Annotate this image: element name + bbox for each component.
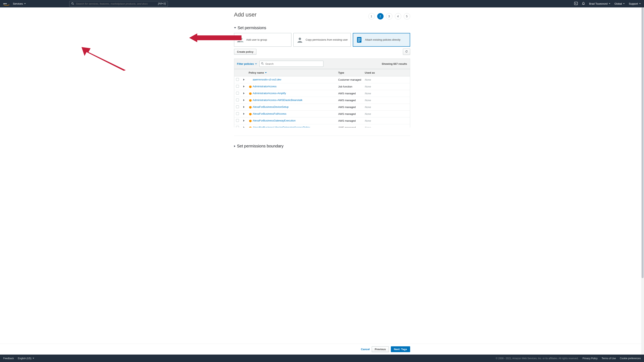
annotation-arrow [82, 47, 126, 71]
expand-row-icon[interactable] [243, 99, 244, 101]
col-used[interactable]: Used as [363, 69, 410, 76]
option-label: Add user to group [246, 38, 267, 42]
expand-row-icon[interactable] [243, 92, 244, 94]
notifications-icon[interactable] [582, 2, 585, 6]
main-content: Add user 1 2 3 4 5 Set permissions Add u… [234, 7, 410, 167]
refresh-button[interactable] [403, 49, 410, 55]
step-5[interactable]: 5 [404, 13, 410, 19]
row-checkbox[interactable] [236, 119, 239, 122]
option-attach-policies[interactable]: Attach existing policies directly [353, 33, 410, 47]
services-menu[interactable]: Services [13, 2, 26, 5]
top-nav: aws Services [Alt+S] Brad Touesnord Glob… [0, 0, 644, 7]
expand-row-icon[interactable] [243, 85, 244, 87]
svg-rect-8 [357, 37, 362, 43]
caret-right-icon [234, 145, 236, 147]
row-checkbox[interactable] [236, 105, 239, 108]
policy-type: AWS managed [337, 111, 363, 117]
expand-row-icon[interactable] [243, 113, 244, 115]
policy-icon [356, 36, 363, 44]
col-checkbox [234, 69, 241, 76]
chevron-down-icon [255, 63, 257, 65]
step-3[interactable]: 3 [386, 13, 392, 19]
policy-name-link[interactable]: AdministratorAccess [253, 85, 276, 88]
policy-toolbar: Create policy [234, 49, 410, 55]
account-menu[interactable]: Brad Touesnord [589, 2, 610, 5]
user-name: Brad Touesnord [589, 2, 608, 5]
row-checkbox[interactable] [236, 112, 239, 115]
col-type[interactable]: Type [337, 69, 363, 76]
policy-name-link[interactable]: AdministratorAccess-Amplify [253, 92, 286, 95]
policy-search-input[interactable] [260, 61, 324, 67]
policy-name-link[interactable]: AlexaForBusinessFullAccess [253, 112, 286, 115]
expand-row-icon[interactable] [243, 106, 244, 108]
policy-box-icon [249, 85, 252, 88]
row-checkbox[interactable] [236, 98, 239, 101]
policy-name-link[interactable]: AlexaForBusinessDeviceSetup [253, 105, 288, 108]
svg-point-7 [299, 38, 301, 40]
policy-type: AWS managed [337, 124, 363, 128]
annotation-arrow [189, 33, 242, 42]
option-copy-permissions[interactable]: Copy permissions from existing user [294, 33, 351, 47]
policy-name-link[interactable]: aaemnnosttv-s3-os3.dev [253, 78, 281, 81]
caret-down-icon [609, 3, 610, 4]
section-title: Set permissions [238, 25, 266, 30]
svg-line-2 [73, 4, 74, 5]
table-row: AlexaForBusinessLifesizeDelegatedAccessP… [234, 124, 410, 128]
policy-type: Customer managed [337, 76, 363, 83]
scrollbar[interactable] [641, 7, 644, 167]
create-policy-button[interactable]: Create policy [234, 49, 256, 55]
region-label: Global [614, 2, 622, 5]
aws-logo[interactable]: aws [3, 2, 10, 6]
policy-used-as: None [365, 112, 371, 115]
policy-table-head: Policy name Type Used as [234, 69, 410, 76]
table-row: AlexaForBusinessFullAccessAWS managedNon… [234, 111, 410, 117]
set-boundary-header[interactable]: Set permissions boundary [234, 144, 410, 148]
policy-name-link[interactable]: AdministratorAccess-AWSElasticBeanstalk [253, 98, 302, 102]
row-checkbox[interactable] [236, 78, 239, 81]
support-menu[interactable]: Support [629, 2, 641, 5]
search-hint: [Alt+S] [158, 2, 166, 5]
region-menu[interactable]: Global [614, 2, 625, 5]
expand-row-icon[interactable] [243, 120, 244, 122]
policy-used-as: None [365, 78, 371, 81]
policy-box-icon [249, 119, 252, 122]
policy-used-as: None [365, 119, 371, 122]
policy-name-link[interactable]: AlexaForBusinessGatewayExecution [253, 119, 296, 122]
step-4[interactable]: 4 [395, 13, 401, 19]
col-name[interactable]: Policy name [247, 69, 337, 76]
policy-used-as: None [365, 99, 371, 102]
policy-used-as: None [365, 85, 371, 88]
policy-name-link[interactable]: AlexaForBusinessLifesizeDelegatedAccessP… [253, 126, 310, 127]
services-label: Services [13, 2, 23, 5]
step-1[interactable]: 1 [368, 13, 375, 19]
expand-row-icon[interactable] [243, 79, 244, 81]
search-input[interactable] [69, 1, 168, 7]
table-row: AdministratorAccess-AmplifyAWS managedNo… [234, 90, 410, 97]
svg-point-5 [238, 38, 240, 40]
caret-down-icon [639, 3, 641, 4]
support-label: Support [629, 2, 638, 5]
col-expand [241, 69, 247, 76]
expand-row-icon[interactable] [243, 126, 244, 127]
group-icon [237, 36, 244, 44]
policy-box-icon [249, 78, 252, 81]
policy-type: AWS managed [337, 97, 363, 104]
option-label: Copy permissions from existing user [306, 38, 348, 42]
set-permissions-header[interactable]: Set permissions [234, 25, 410, 30]
caret-down-icon [24, 3, 26, 4]
row-checkbox[interactable] [236, 85, 239, 88]
policy-box-icon [249, 92, 252, 95]
results-count: Showing 667 results [382, 62, 407, 65]
row-checkbox[interactable] [236, 92, 239, 94]
option-add-to-group[interactable]: Add user to group [234, 33, 292, 47]
filter-bar: Filter policies Showing 667 results [234, 58, 410, 69]
policy-box-icon [249, 99, 252, 102]
row-checkbox[interactable] [236, 126, 239, 127]
cloudshell-icon[interactable] [574, 1, 578, 6]
filter-policies-dropdown[interactable]: Filter policies [237, 62, 257, 65]
search-icon [71, 2, 74, 6]
svg-line-14 [263, 64, 264, 65]
step-2[interactable]: 2 [377, 13, 384, 19]
page-title: Add user [234, 11, 256, 18]
option-label: Attach existing policies directly [365, 38, 400, 42]
